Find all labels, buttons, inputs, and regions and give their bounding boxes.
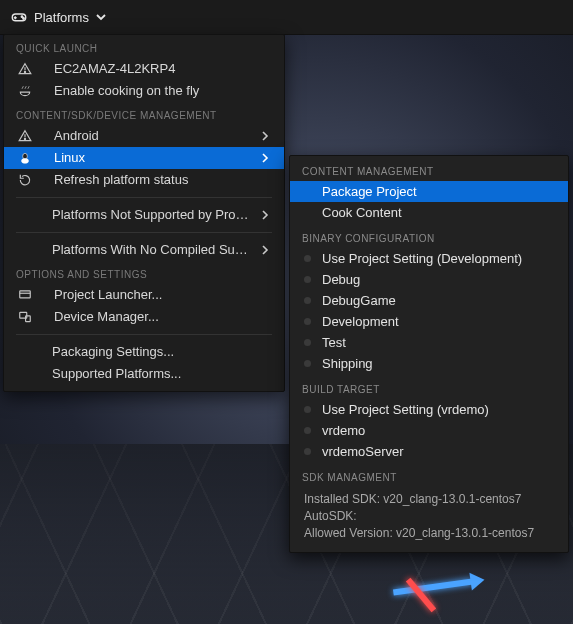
menu-item-label: Linux bbox=[54, 147, 250, 169]
submenu-item-label: DebugGame bbox=[322, 290, 554, 311]
cooking-icon bbox=[16, 84, 34, 98]
controller-icon bbox=[10, 8, 28, 26]
linux-submenu: CONTENT MANAGEMENT Package Project Cook … bbox=[289, 155, 569, 553]
svg-rect-11 bbox=[20, 291, 31, 298]
radio-icon bbox=[304, 297, 312, 305]
submenu-item-label: Development bbox=[322, 311, 554, 332]
linux-icon bbox=[16, 151, 34, 165]
submenu-item-development[interactable]: Development bbox=[290, 311, 568, 332]
menu-item-project-launcher[interactable]: Project Launcher... bbox=[4, 284, 284, 306]
radio-icon bbox=[304, 276, 312, 284]
menu-item-refresh-platform[interactable]: Refresh platform status bbox=[4, 169, 284, 191]
submenu-item-label: Shipping bbox=[322, 353, 554, 374]
menu-item-label: Platforms Not Supported by Project bbox=[52, 204, 250, 226]
submenu-item-label: Package Project bbox=[322, 181, 554, 202]
menu-item-linux[interactable]: Linux bbox=[4, 147, 284, 169]
submenu-item-test[interactable]: Test bbox=[290, 332, 568, 353]
submenu-item-vrdemo[interactable]: vrdemo bbox=[290, 420, 568, 441]
svg-point-6 bbox=[24, 71, 25, 72]
submenu-item-label: vrdemoServer bbox=[322, 441, 554, 462]
submenu-item-package-project[interactable]: Package Project bbox=[290, 181, 568, 202]
svg-point-10 bbox=[22, 159, 29, 164]
menu-item-label: Platforms With No Compiled Support bbox=[52, 239, 250, 261]
section-content-sdk: CONTENT/SDK/DEVICE MANAGEMENT bbox=[4, 102, 284, 125]
submenu-item-use-project-setting-target[interactable]: Use Project Setting (vrdemo) bbox=[290, 399, 568, 420]
warning-icon bbox=[16, 62, 34, 76]
menu-item-enable-cooking-fly[interactable]: Enable cooking on the fly bbox=[4, 80, 284, 102]
separator bbox=[16, 197, 272, 198]
platforms-dropdown[interactable]: Platforms bbox=[34, 10, 89, 25]
chevron-right-icon bbox=[260, 153, 272, 163]
menu-item-label: EC2AMAZ-4L2KRP4 bbox=[54, 58, 272, 80]
submenu-item-cook-content[interactable]: Cook Content bbox=[290, 202, 568, 223]
section-build-target: BUILD TARGET bbox=[290, 374, 568, 399]
transform-gizmo bbox=[393, 554, 513, 614]
radio-icon bbox=[304, 318, 312, 326]
chevron-down-icon bbox=[95, 11, 107, 23]
chevron-right-icon bbox=[260, 131, 272, 141]
submenu-item-label: vrdemo bbox=[322, 420, 554, 441]
radio-icon bbox=[304, 448, 312, 456]
menu-item-label: Android bbox=[54, 125, 250, 147]
chevron-right-icon bbox=[260, 245, 272, 255]
submenu-item-label: Use Project Setting (Development) bbox=[322, 248, 554, 269]
section-sdk-management: SDK MANAGMENT bbox=[290, 462, 568, 487]
section-quick-launch: QUICK LAUNCH bbox=[4, 35, 284, 58]
sdk-info: Installed SDK: v20_clang-13.0.1-centos7 … bbox=[290, 487, 568, 542]
menu-item-supported-platforms[interactable]: Supported Platforms... bbox=[4, 363, 284, 385]
sdk-allowed: Allowed Version: v20_clang-13.0.1-centos… bbox=[304, 525, 554, 542]
menu-item-platforms-no-compiled[interactable]: Platforms With No Compiled Support bbox=[4, 239, 284, 261]
radio-icon bbox=[304, 339, 312, 347]
submenu-item-debuggame[interactable]: DebugGame bbox=[290, 290, 568, 311]
radio-icon bbox=[304, 360, 312, 368]
submenu-item-label: Cook Content bbox=[322, 202, 554, 223]
menu-item-label: Refresh platform status bbox=[54, 169, 272, 191]
menu-item-label: Packaging Settings... bbox=[52, 341, 272, 363]
svg-point-8 bbox=[24, 138, 25, 139]
submenu-item-label: Test bbox=[322, 332, 554, 353]
menu-item-label: Enable cooking on the fly bbox=[54, 80, 272, 102]
radio-icon bbox=[304, 427, 312, 435]
section-content-management: CONTENT MANAGEMENT bbox=[290, 156, 568, 181]
submenu-item-use-project-setting-config[interactable]: Use Project Setting (Development) bbox=[290, 248, 568, 269]
submenu-item-label: Use Project Setting (vrdemo) bbox=[322, 399, 554, 420]
submenu-item-shipping[interactable]: Shipping bbox=[290, 353, 568, 374]
refresh-icon bbox=[16, 173, 34, 187]
sdk-installed: Installed SDK: v20_clang-13.0.1-centos7 bbox=[304, 491, 554, 508]
svg-point-3 bbox=[21, 16, 23, 18]
radio-icon bbox=[304, 406, 312, 414]
menu-item-device[interactable]: EC2AMAZ-4L2KRP4 bbox=[4, 58, 284, 80]
radio-icon bbox=[304, 255, 312, 263]
menu-item-label: Supported Platforms... bbox=[52, 363, 272, 385]
section-options: OPTIONS AND SETTINGS bbox=[4, 261, 284, 284]
warning-icon bbox=[16, 129, 34, 143]
submenu-item-label: Debug bbox=[322, 269, 554, 290]
menu-item-android[interactable]: Android bbox=[4, 125, 284, 147]
submenu-item-vrdemoserver[interactable]: vrdemoServer bbox=[290, 441, 568, 462]
separator bbox=[16, 334, 272, 335]
sdk-autosdk: AutoSDK: bbox=[304, 508, 554, 525]
chevron-right-icon bbox=[260, 210, 272, 220]
section-binary-configuration: BINARY CONFIGURATION bbox=[290, 223, 568, 248]
separator bbox=[16, 232, 272, 233]
menu-item-device-manager[interactable]: Device Manager... bbox=[4, 306, 284, 328]
menu-item-packaging-settings[interactable]: Packaging Settings... bbox=[4, 341, 284, 363]
menu-item-label: Device Manager... bbox=[54, 306, 272, 328]
menu-item-label: Project Launcher... bbox=[54, 284, 272, 306]
device-manager-icon bbox=[16, 310, 34, 324]
svg-point-4 bbox=[23, 18, 25, 20]
platforms-menu: QUICK LAUNCH EC2AMAZ-4L2KRP4 Enable cook… bbox=[3, 34, 285, 392]
menu-item-platforms-not-supported[interactable]: Platforms Not Supported by Project bbox=[4, 204, 284, 226]
toolbar: Platforms bbox=[0, 0, 573, 35]
launcher-icon bbox=[16, 288, 34, 302]
submenu-item-debug[interactable]: Debug bbox=[290, 269, 568, 290]
